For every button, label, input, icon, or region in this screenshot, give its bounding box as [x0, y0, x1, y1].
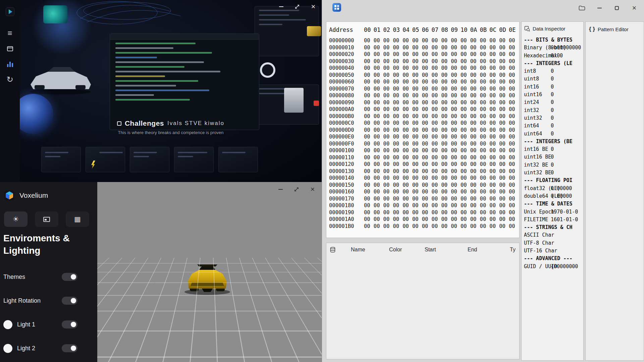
close-button[interactable]: × — [630, 4, 639, 12]
hex-byte-cell[interactable]: 00 — [383, 188, 393, 195]
hex-byte-cell[interactable]: 00 — [383, 175, 393, 182]
hex-byte-cell[interactable]: 00 — [374, 223, 383, 230]
viewport-3d[interactable]: × — [97, 182, 322, 362]
hex-byte-cell[interactable]: 00 — [402, 44, 412, 51]
hex-byte-cell[interactable]: 00 — [374, 99, 383, 106]
hex-byte-cell[interactable]: 00 — [422, 161, 432, 168]
hex-byte-cell[interactable]: 00 — [402, 140, 412, 147]
hex-byte-cell[interactable]: 00 — [393, 188, 402, 195]
hex-byte-cell[interactable]: 00 — [499, 113, 509, 120]
hex-row[interactable]: 0000000000000000000000000000000000000000 — [329, 37, 519, 44]
hex-row[interactable]: 0000009000000000000000000000000000000000 — [329, 99, 519, 106]
hex-byte-cell[interactable]: 00 — [374, 44, 383, 51]
hex-byte-cell[interactable]: 00 — [461, 133, 470, 140]
bookmarks-column-header[interactable]: Start — [425, 247, 436, 253]
hex-byte-cell[interactable]: 00 — [480, 133, 490, 140]
hex-byte-cell[interactable]: 00 — [489, 133, 499, 140]
hex-byte-cell[interactable]: 00 — [383, 140, 393, 147]
hex-row[interactable]: 000001A000000000000000000000000000000000 — [329, 216, 519, 223]
hex-byte-cell[interactable]: 00 — [393, 44, 402, 51]
hex-byte-cell[interactable]: 00 — [364, 51, 374, 58]
hex-byte-cell[interactable]: 00 — [509, 147, 519, 154]
hex-byte-cell[interactable]: 00 — [451, 72, 461, 79]
hex-byte-cell[interactable]: 00 — [364, 113, 374, 120]
hex-byte-cell[interactable]: 00 — [393, 161, 402, 168]
hex-byte-cell[interactable]: 00 — [470, 37, 480, 44]
hex-byte-cell[interactable]: 00 — [480, 44, 490, 51]
inspector-row[interactable]: ASCII Char — [524, 231, 583, 239]
hex-byte-cell[interactable]: 00 — [451, 106, 461, 113]
hex-byte-cell[interactable]: 00 — [509, 44, 519, 51]
video-thumbnail[interactable] — [130, 147, 169, 172]
hex-byte-cell[interactable]: 00 — [499, 37, 509, 44]
hex-byte-cell[interactable]: 00 — [451, 147, 461, 154]
hex-byte-cell[interactable]: 00 — [480, 65, 490, 72]
hex-byte-cell[interactable]: 00 — [480, 202, 490, 209]
inspector-row[interactable]: int80 — [524, 67, 583, 75]
hex-byte-cell[interactable]: 00 — [422, 168, 432, 175]
hex-byte-cell[interactable]: 00 — [489, 140, 499, 147]
hex-byte-cell[interactable]: 00 — [393, 168, 402, 175]
hex-byte-cell[interactable]: 00 — [461, 65, 470, 72]
maximize-button[interactable] — [293, 3, 302, 11]
hex-byte-cell[interactable]: 00 — [412, 120, 422, 127]
hex-byte-cell[interactable]: 00 — [422, 182, 432, 189]
hex-byte-cell[interactable]: 00 — [461, 92, 470, 99]
hex-byte-cell[interactable]: 00 — [441, 127, 451, 134]
hex-byte-cell[interactable]: 00 — [383, 209, 393, 216]
inspector-row[interactable]: uint16 BE0 — [524, 153, 583, 161]
hex-byte-cell[interactable]: 00 — [499, 161, 509, 168]
hex-byte-cell[interactable]: 00 — [422, 37, 432, 44]
hex-byte-cell[interactable]: 00 — [470, 106, 480, 113]
hex-byte-cell[interactable]: 00 — [412, 113, 422, 120]
hex-byte-cell[interactable]: 00 — [422, 140, 432, 147]
inspector-row[interactable]: Unix Epoch1970-01-0 — [524, 208, 583, 216]
hex-byte-cell[interactable]: 00 — [509, 202, 519, 209]
hex-byte-cell[interactable]: 00 — [364, 72, 374, 79]
hex-byte-cell[interactable]: 00 — [499, 51, 509, 58]
hex-byte-cell[interactable]: 00 — [470, 127, 480, 134]
hex-byte-cell[interactable]: 00 — [499, 202, 509, 209]
hex-byte-cell[interactable]: 00 — [461, 216, 470, 223]
hex-byte-cell[interactable]: 00 — [402, 85, 412, 93]
hex-byte-cell[interactable]: 00 — [461, 202, 470, 209]
hex-byte-cell[interactable]: 00 — [489, 92, 499, 99]
hex-row[interactable]: 0000017000000000000000000000000000000000 — [329, 195, 519, 202]
hex-byte-cell[interactable]: 00 — [499, 58, 509, 65]
hex-byte-cell[interactable]: 00 — [499, 147, 509, 154]
hex-byte-cell[interactable]: 00 — [461, 195, 470, 202]
hex-byte-cell[interactable]: 00 — [383, 127, 393, 134]
car-model[interactable] — [182, 260, 233, 295]
clapboard-icon[interactable] — [0, 41, 20, 56]
hex-byte-cell[interactable]: 00 — [470, 161, 480, 168]
hex-byte-cell[interactable]: 00 — [441, 78, 451, 85]
hex-byte-cell[interactable]: 00 — [432, 209, 441, 216]
hex-byte-cell[interactable]: 00 — [499, 182, 509, 189]
hex-byte-cell[interactable]: 00 — [364, 92, 374, 99]
hex-row[interactable]: 0000015000000000000000000000000000000000 — [329, 182, 519, 189]
hex-byte-cell[interactable]: 00 — [499, 209, 509, 216]
hex-byte-cell[interactable]: 00 — [499, 175, 509, 182]
hex-byte-cell[interactable]: 00 — [480, 127, 490, 134]
hex-byte-cell[interactable]: 00 — [412, 58, 422, 65]
hex-byte-cell[interactable]: 00 — [364, 65, 374, 72]
hex-byte-cell[interactable]: 00 — [432, 85, 441, 93]
hex-byte-cell[interactable]: 00 — [393, 195, 402, 202]
hex-byte-cell[interactable]: 00 — [461, 72, 470, 79]
inspector-row[interactable]: int640 — [524, 122, 583, 130]
hex-byte-cell[interactable]: 00 — [509, 161, 519, 168]
inspector-row[interactable]: Hexadecimal0x00 — [524, 52, 583, 60]
hex-byte-cell[interactable]: 00 — [489, 72, 499, 79]
chart-icon[interactable] — [0, 56, 20, 72]
hex-byte-cell[interactable]: 00 — [441, 99, 451, 106]
hex-byte-cell[interactable]: 00 — [383, 51, 393, 58]
hex-byte-cell[interactable]: 00 — [441, 175, 451, 182]
hex-byte-cell[interactable]: 00 — [441, 147, 451, 154]
hex-byte-cell[interactable]: 00 — [499, 154, 509, 161]
hex-byte-cell[interactable]: 00 — [470, 120, 480, 127]
hex-row[interactable]: 0000001000000000000000000000000000000000 — [329, 44, 519, 51]
hex-byte-cell[interactable]: 00 — [402, 127, 412, 134]
hex-byte-cell[interactable]: 00 — [432, 223, 441, 230]
hex-byte-cell[interactable]: 00 — [470, 85, 480, 93]
hex-byte-cell[interactable]: 00 — [412, 147, 422, 154]
